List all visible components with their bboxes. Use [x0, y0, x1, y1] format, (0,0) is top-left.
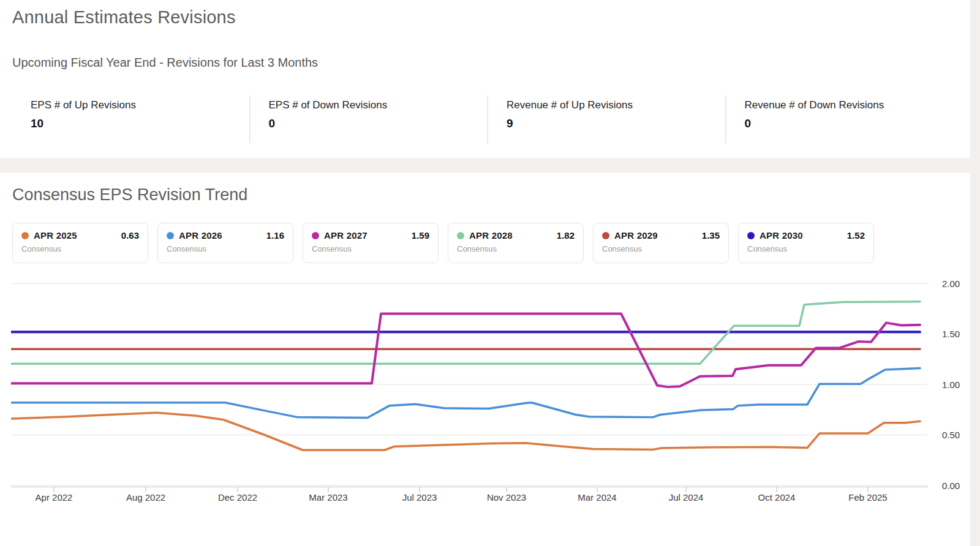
x-axis-tick-label: Feb 2025	[848, 492, 887, 503]
stat-eps-down-revisions: EPS # of Down Revisions 0	[249, 95, 488, 143]
legend-period: APR 2028	[469, 230, 513, 241]
eps-revision-trend-chart[interactable]: 2.001.501.000.500.00Apr 2022Aug 2022Dec …	[11, 272, 968, 504]
legend-sublabel: Consensus	[167, 244, 284, 253]
trend-section-title: Consensus EPS Revision Trend	[12, 185, 247, 204]
stat-value: 0	[269, 117, 481, 130]
x-axis-tick-label: Jul 2023	[402, 492, 437, 503]
x-axis-tick-label: Nov 2023	[487, 492, 526, 503]
legend-value: 1.59	[412, 230, 429, 241]
stat-label: Revenue # of Up Revisions	[507, 98, 719, 113]
series-color-dot-icon	[457, 232, 464, 239]
x-axis-tick-label: Dec 2022	[218, 492, 257, 503]
page-right-gutter	[970, 0, 980, 546]
legend-sublabel: Consensus	[602, 244, 720, 253]
x-axis-tick-label: Mar 2024	[578, 492, 616, 503]
legend-period: APR 2030	[760, 230, 803, 241]
x-axis-tick-label: Aug 2022	[126, 492, 165, 503]
series-color-dot-icon	[312, 232, 319, 239]
legend-period: APR 2027	[324, 230, 368, 241]
legend-sublabel: Consensus	[747, 244, 865, 253]
stat-revenue-down-revisions: Revenue # of Down Revisions 0	[725, 95, 963, 143]
legend-card-header: APR 2025 0.63	[21, 230, 139, 241]
x-axis-tick-label: Oct 2024	[758, 492, 796, 503]
legend-value: 1.16	[266, 230, 284, 241]
stat-value: 10	[31, 117, 243, 130]
chart-legend: APR 2025 0.63 Consensus APR 2026 1.16 Co…	[12, 223, 874, 263]
page-title: Annual Estimates Revisions	[12, 7, 236, 28]
series-line-apr-2025[interactable]	[11, 413, 920, 450]
legend-card-apr-2028[interactable]: APR 2028 1.82 Consensus	[448, 223, 584, 263]
series-color-dot-icon	[167, 232, 174, 239]
legend-card-apr-2030[interactable]: APR 2030 1.52 Consensus	[738, 223, 874, 263]
y-axis-tick-label: 0.50	[942, 430, 960, 440]
legend-card-apr-2029[interactable]: APR 2029 1.35 Consensus	[593, 223, 729, 263]
legend-card-header: APR 2027 1.59	[312, 230, 429, 241]
legend-period: APR 2025	[34, 230, 77, 241]
legend-card-header: APR 2028 1.82	[457, 230, 575, 241]
series-color-dot-icon	[747, 232, 755, 239]
legend-card-header: APR 2026 1.16	[167, 230, 284, 241]
y-axis-tick-label: 2.00	[942, 279, 960, 289]
legend-sublabel: Consensus	[21, 244, 139, 253]
stat-label: EPS # of Up Revisions	[31, 98, 243, 113]
series-color-dot-icon	[602, 232, 609, 239]
legend-value: 0.63	[121, 230, 139, 241]
x-axis-tick-label: Jul 2024	[669, 492, 704, 503]
stat-label: Revenue # of Down Revisions	[745, 98, 957, 113]
legend-card-apr-2026[interactable]: APR 2026 1.16 Consensus	[157, 223, 293, 263]
stat-eps-up-revisions: EPS # of Up Revisions 10	[12, 95, 249, 143]
legend-card-header: APR 2030 1.52	[747, 230, 865, 241]
legend-card-apr-2027[interactable]: APR 2027 1.59 Consensus	[303, 223, 439, 263]
stat-label: EPS # of Down Revisions	[269, 98, 481, 113]
y-axis-tick-label: 1.00	[942, 380, 960, 390]
page-subtitle: Upcoming Fiscal Year End - Revisions for…	[12, 56, 318, 70]
stat-value: 0	[745, 117, 957, 130]
series-line-apr-2026[interactable]	[11, 368, 920, 418]
legend-value: 1.82	[557, 230, 575, 241]
stat-value: 9	[507, 117, 719, 130]
stat-revenue-up-revisions: Revenue # of Up Revisions 9	[487, 95, 725, 143]
x-axis-tick-label: Mar 2023	[309, 492, 347, 503]
legend-value: 1.52	[847, 230, 865, 241]
legend-period: APR 2026	[179, 230, 222, 241]
legend-card-header: APR 2029 1.35	[602, 230, 720, 241]
legend-sublabel: Consensus	[457, 244, 575, 253]
series-color-dot-icon	[21, 232, 29, 239]
legend-card-apr-2025[interactable]: APR 2025 0.63 Consensus	[12, 223, 148, 263]
y-axis-tick-label: 1.50	[942, 329, 960, 339]
eps-trend-svg[interactable]: 2.001.501.000.500.00Apr 2022Aug 2022Dec …	[11, 272, 968, 504]
legend-value: 1.35	[702, 230, 720, 241]
y-axis-tick-label: 0.00	[942, 481, 960, 491]
section-divider-band	[0, 158, 980, 173]
x-axis-tick-label: Apr 2022	[36, 492, 73, 503]
series-line-apr-2027[interactable]	[11, 314, 920, 387]
revision-stats-row: EPS # of Up Revisions 10 EPS # of Down R…	[12, 95, 963, 143]
legend-period: APR 2029	[614, 230, 658, 241]
legend-sublabel: Consensus	[312, 244, 429, 253]
